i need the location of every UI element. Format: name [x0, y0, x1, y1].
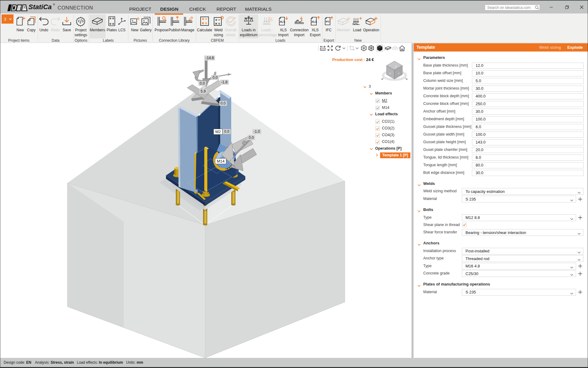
- tree-node-members[interactable]: Members: [375, 91, 392, 95]
- select-type[interactable]: M16 4.8: [462, 263, 576, 270]
- tree-checkbox-m14[interactable]: [375, 106, 380, 110]
- input-anchor-offset-mm[interactable]: 30.0: [472, 109, 584, 115]
- input-tongue-length-mm[interactable]: 80.0: [472, 162, 584, 168]
- ribbon-button-new[interactable]: New: [15, 14, 26, 38]
- select-type[interactable]: M12 8.8: [462, 214, 576, 221]
- panel-scrollbar[interactable]: [411, 43, 414, 358]
- cube-solid-icon[interactable]: [376, 44, 383, 52]
- add-concrete-grade-button[interactable]: [577, 270, 583, 277]
- select-weld-sizing-method[interactable]: To capacity estimation: [462, 188, 583, 195]
- menu-tab-project[interactable]: PROJECT: [129, 6, 151, 12]
- ribbon-button-propose[interactable]: Propose: [154, 14, 169, 38]
- tree-node-operations-p-[interactable]: Operations [P]: [375, 146, 401, 151]
- ribbon-button-new[interactable]: New: [130, 14, 140, 38]
- ribbon-button-manage[interactable]: Manage: [180, 14, 195, 38]
- select-shear-force-transfer[interactable]: Bearing - tension/shear interaction: [462, 229, 583, 236]
- menu-tab-design[interactable]: DESIGN: [160, 6, 178, 12]
- ribbon-button-lcs[interactable]: LCS: [117, 14, 126, 38]
- ribbon-button-ifc[interactable]: IFCIFC: [323, 14, 334, 38]
- section-collapse-icon[interactable]: [417, 242, 421, 247]
- home-view-icon[interactable]: [399, 44, 405, 52]
- cube-transparent-icon[interactable]: [368, 44, 375, 52]
- menu-tab-materials[interactable]: MATERIALS: [245, 6, 272, 12]
- tree-expand-3[interactable]: [363, 85, 367, 89]
- input-gusset-plate-height-mm[interactable]: 143.0: [472, 139, 584, 145]
- input-embedment-depth-mm[interactable]: 100.0: [472, 116, 584, 122]
- tree-item-co3-2-[interactable]: CO3(2): [382, 126, 394, 130]
- input-column-weld-size-mm[interactable]: 5.0: [472, 78, 584, 84]
- maximize-button[interactable]: [562, 4, 571, 10]
- select-installation-process[interactable]: Post-installed: [462, 248, 583, 255]
- ribbon-button-xls-import[interactable]: XLSXLS Import: [277, 14, 289, 38]
- menu-tab-check[interactable]: CHECK: [189, 6, 206, 12]
- tree-checkbox-co1-4-[interactable]: [375, 140, 380, 144]
- checkbox-shear-plane-in-thread[interactable]: [462, 223, 467, 227]
- project-selector[interactable]: 3: [2, 14, 13, 24]
- viewport-3d[interactable]: Production cost - 24 € Z X Y -14.60.00.0…: [0, 43, 411, 358]
- select-material[interactable]: S 235: [462, 289, 576, 296]
- ribbon-button-copy[interactable]: Copy: [25, 14, 37, 38]
- mirror-view-icon[interactable]: [392, 44, 398, 52]
- zoom-fit-icon[interactable]: [327, 44, 334, 52]
- explode-button[interactable]: Explode: [567, 45, 583, 50]
- ribbon-button-members[interactable]: Members: [89, 14, 106, 38]
- input-tongue-lid-thickness-mm[interactable]: 6.0: [472, 155, 584, 161]
- tree-expand-load-effects[interactable]: [370, 113, 373, 117]
- tree-item-template-1[interactable]: Template 1 [P]: [380, 152, 410, 158]
- add-type-button[interactable]: [577, 214, 583, 221]
- select-material[interactable]: S 235: [462, 196, 576, 202]
- section-collapse-icon[interactable]: [417, 283, 421, 288]
- input-concrete-block-offset-mm[interactable]: 250.0: [472, 101, 584, 107]
- ribbon-button-xls-export[interactable]: XLSXLS Export: [309, 14, 321, 38]
- tree-node-load-effects[interactable]: Load effects: [375, 112, 398, 116]
- ribbon-button-plates[interactable]: Plates: [106, 14, 118, 38]
- input-gusset-plate-thickness-mm[interactable]: 6.0: [472, 124, 584, 130]
- input-base-plate-offset-mm[interactable]: 10.0: [472, 70, 584, 76]
- tree-item-co1-4-[interactable]: CO1(4): [382, 140, 394, 144]
- input-base-plate-thickness-mm[interactable]: 12.0: [472, 63, 584, 69]
- section-collapse-icon[interactable]: [417, 56, 421, 62]
- cube-wireframe-icon[interactable]: [360, 44, 367, 52]
- ribbon-button-weld-sizing[interactable]: Weld sizing: [213, 14, 224, 38]
- ribbon-button-undo[interactable]: Undo: [38, 14, 50, 38]
- input-mortar-joint-thickness-mm[interactable]: 30.0: [472, 86, 584, 92]
- search-box[interactable]: [485, 5, 540, 10]
- section-collapse-icon[interactable]: [417, 208, 421, 214]
- navigation-cube[interactable]: Z X Y: [381, 58, 408, 85]
- measure-ruler-icon[interactable]: [319, 44, 326, 52]
- ribbon-button-connection-import[interactable]: Connection Import: [290, 14, 309, 38]
- add-type-button[interactable]: [577, 263, 583, 270]
- search-input[interactable]: [485, 6, 535, 10]
- tree-expand-operations-p-[interactable]: [370, 147, 373, 151]
- ribbon-button-publish[interactable]: Publish: [168, 14, 182, 38]
- tree-item-m2[interactable]: M2: [382, 98, 387, 103]
- input-gusset-plate-width-mm[interactable]: 100.0: [472, 132, 584, 138]
- plate-view-icon[interactable]: [385, 44, 391, 52]
- minimize-button[interactable]: [547, 4, 556, 10]
- tree-item-co2-1-[interactable]: CO2(1): [382, 119, 394, 124]
- ribbon-button-load[interactable]: Load: [352, 14, 363, 38]
- ribbon-button-calculate[interactable]: Calculate: [196, 14, 213, 38]
- ribbon-button-project-settings[interactable]: Project settings: [74, 14, 88, 38]
- tree-checkbox-co2-1-[interactable]: [375, 120, 380, 124]
- ribbon-button-operation[interactable]: Operation: [363, 14, 379, 38]
- tree-node-3[interactable]: 3: [369, 84, 371, 89]
- ribbon-button-loads-in-equilibrium[interactable]: Loads in equilibrium: [239, 14, 258, 38]
- tree-checkbox-m2[interactable]: [375, 99, 380, 103]
- input-guset-plate-chamfer-mm[interactable]: 20.0: [472, 147, 584, 153]
- tree-checkbox-co3-2-[interactable]: [375, 126, 380, 131]
- tree-item-m14[interactable]: M14: [382, 105, 389, 110]
- tree-item-co4-3-[interactable]: CO4(3): [382, 133, 394, 137]
- close-button[interactable]: [577, 4, 586, 10]
- input-concrete-block-depth-mm[interactable]: 400.0: [472, 93, 584, 99]
- weld-sizing-button[interactable]: Weld sizing: [539, 45, 561, 50]
- menu-tab-report[interactable]: REPORT: [217, 6, 236, 12]
- chevron-down-icon[interactable]: [354, 44, 360, 52]
- chevron-down-icon[interactable]: [341, 44, 347, 52]
- tree-expand-template[interactable]: [376, 153, 378, 158]
- input-bolt-edge-distance-mm[interactable]: 30.0: [472, 170, 584, 176]
- section-collapse-icon[interactable]: [417, 182, 421, 188]
- select-concrete-grade[interactable]: C25/30: [462, 270, 576, 277]
- add-material-button[interactable]: [577, 196, 583, 202]
- select-anchor-type[interactable]: Threaded rod: [462, 255, 583, 262]
